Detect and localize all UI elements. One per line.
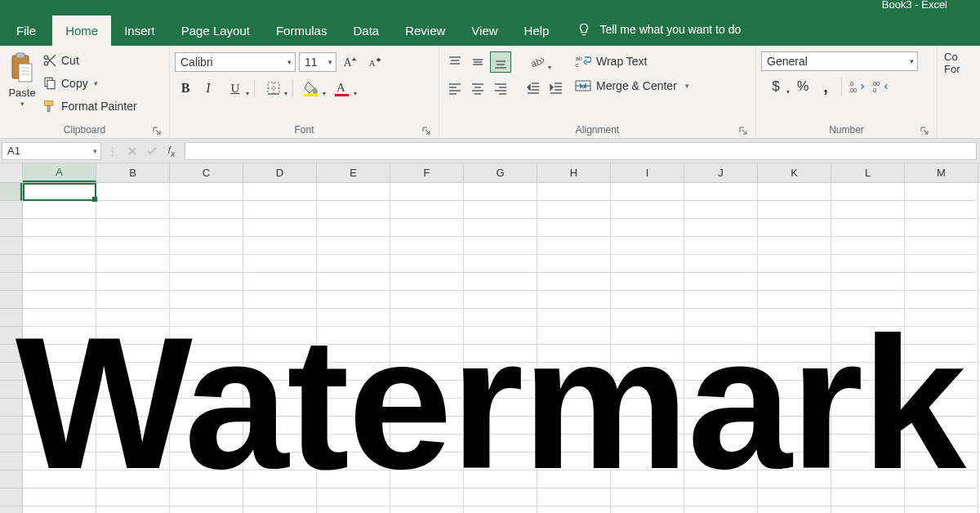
cell[interactable] xyxy=(758,381,831,399)
cell[interactable] xyxy=(905,309,978,327)
cell[interactable] xyxy=(611,219,684,237)
column-header[interactable]: K xyxy=(758,163,831,182)
formula-input[interactable] xyxy=(185,142,977,160)
cell[interactable] xyxy=(831,363,905,381)
row-header[interactable] xyxy=(0,488,22,506)
wrap-text-button[interactable]: abc Wrap Text xyxy=(575,51,689,71)
cell[interactable] xyxy=(758,417,831,435)
cell[interactable] xyxy=(23,219,96,237)
cell[interactable] xyxy=(170,291,243,309)
cell[interactable] xyxy=(23,327,96,345)
cell[interactable] xyxy=(243,309,317,327)
align-right-button[interactable] xyxy=(490,78,511,99)
cell[interactable] xyxy=(23,381,96,399)
cell[interactable] xyxy=(23,435,96,453)
cell[interactable] xyxy=(23,417,96,435)
cell[interactable] xyxy=(758,488,831,506)
cell[interactable] xyxy=(758,327,831,345)
cell[interactable] xyxy=(905,453,978,471)
font-name-combo[interactable]: Calibri ▾ xyxy=(175,52,296,72)
decrease-decimal-button[interactable]: .00.0 xyxy=(870,76,891,97)
cell[interactable] xyxy=(537,309,611,327)
cell[interactable] xyxy=(684,237,758,255)
row-header[interactable] xyxy=(0,219,22,237)
cell[interactable] xyxy=(537,488,611,506)
increase-font-size-button[interactable]: A xyxy=(340,51,361,73)
row-header[interactable] xyxy=(0,255,22,273)
bold-button[interactable]: B xyxy=(175,78,196,99)
cell[interactable] xyxy=(243,255,317,273)
cell[interactable] xyxy=(905,327,978,345)
accounting-format-button[interactable]: $▾ xyxy=(761,76,791,97)
cell[interactable] xyxy=(464,183,537,201)
cell[interactable] xyxy=(464,309,537,327)
cell[interactable] xyxy=(317,399,390,417)
cell[interactable] xyxy=(170,399,243,417)
font-dialog-launcher[interactable] xyxy=(421,125,432,136)
cell[interactable] xyxy=(611,471,684,488)
cell[interactable] xyxy=(96,453,170,471)
cell[interactable] xyxy=(684,453,758,471)
cell[interactable] xyxy=(390,237,464,255)
cell[interactable] xyxy=(905,471,978,488)
cell[interactable] xyxy=(96,471,170,488)
cell[interactable] xyxy=(537,435,611,453)
tell-me-search[interactable]: Tell me what you want to do xyxy=(568,13,749,46)
row-header[interactable] xyxy=(0,237,22,255)
cell[interactable] xyxy=(537,381,611,399)
cell[interactable] xyxy=(611,488,684,506)
cell[interactable] xyxy=(243,237,317,255)
align-left-button[interactable] xyxy=(444,78,466,99)
cell[interactable] xyxy=(96,327,170,345)
row-header[interactable] xyxy=(0,417,22,435)
cell[interactable] xyxy=(317,381,390,399)
cells-area[interactable] xyxy=(23,183,980,513)
cell[interactable] xyxy=(684,399,758,417)
column-header[interactable]: A xyxy=(23,163,96,182)
cell[interactable] xyxy=(23,345,96,363)
font-color-button[interactable]: A ▾ xyxy=(328,78,358,99)
cell[interactable] xyxy=(537,327,611,345)
cell[interactable] xyxy=(684,219,758,237)
cell[interactable] xyxy=(758,291,831,309)
cell[interactable] xyxy=(537,363,611,381)
cell[interactable] xyxy=(170,255,243,273)
cell[interactable] xyxy=(243,363,317,381)
cell[interactable] xyxy=(537,399,611,417)
cell[interactable] xyxy=(317,435,390,453)
cell[interactable] xyxy=(611,291,684,309)
cell[interactable] xyxy=(243,201,317,219)
cell[interactable] xyxy=(537,201,611,219)
cell[interactable] xyxy=(317,345,390,363)
cell[interactable] xyxy=(611,506,684,513)
cell[interactable] xyxy=(170,201,243,219)
cell[interactable] xyxy=(390,327,464,345)
cell[interactable] xyxy=(317,309,390,327)
cell[interactable] xyxy=(23,183,96,201)
cell[interactable] xyxy=(96,417,170,435)
align-middle-button[interactable] xyxy=(467,51,488,73)
cut-button[interactable]: Cut xyxy=(42,51,137,69)
cell[interactable] xyxy=(390,471,464,488)
column-header[interactable]: J xyxy=(684,163,758,182)
cell[interactable] xyxy=(464,237,537,255)
cell[interactable] xyxy=(317,363,390,381)
cell[interactable] xyxy=(243,273,317,291)
cell[interactable] xyxy=(464,506,537,513)
cell[interactable] xyxy=(905,273,978,291)
cell[interactable] xyxy=(905,345,978,363)
cell[interactable] xyxy=(464,327,537,345)
cell[interactable] xyxy=(243,219,317,237)
cell[interactable] xyxy=(23,255,96,273)
cell[interactable] xyxy=(243,506,317,513)
cell[interactable] xyxy=(170,327,243,345)
cell[interactable] xyxy=(390,417,464,435)
enter-formula-button[interactable] xyxy=(142,142,162,160)
font-size-combo[interactable]: 11 ▾ xyxy=(299,52,336,72)
column-header[interactable]: D xyxy=(243,163,317,182)
row-header[interactable] xyxy=(0,345,22,363)
cell[interactable] xyxy=(23,453,96,471)
column-header[interactable]: E xyxy=(317,163,390,182)
column-header[interactable]: C xyxy=(170,163,243,182)
cell[interactable] xyxy=(831,435,905,453)
